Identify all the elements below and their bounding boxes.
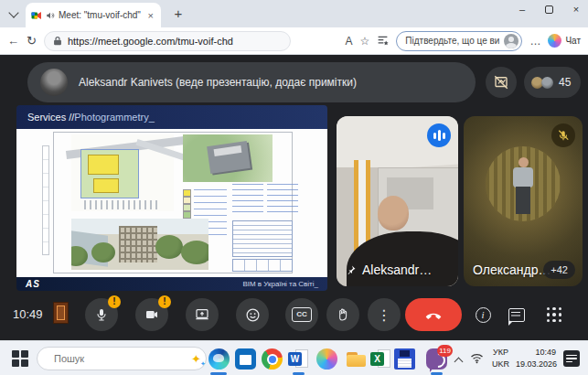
search-highlights-sparkle-icon: ✦ (191, 352, 201, 366)
participants-count: 45 (559, 76, 571, 89)
annotation-off-button[interactable] (486, 67, 517, 98)
window-controls: – × (516, 4, 583, 15)
back-button[interactable]: ← (7, 34, 19, 48)
browser-toolbar: ← ↻ https://meet.google.com/tmu-voif-chd… (0, 27, 588, 55)
reactions-button[interactable] (236, 298, 269, 331)
leave-call-button[interactable] (405, 298, 462, 331)
annotation-crossed-icon (493, 74, 509, 91)
tray-time: 10:49 (516, 347, 556, 359)
participant-name: Aleksandr… (362, 262, 432, 277)
address-bar[interactable]: https://meet.google.com/tmu-voif-chd (44, 31, 291, 51)
photo-building (119, 226, 157, 262)
avatar-figure-pants (516, 187, 530, 214)
taskbar-chrome-icon[interactable] (262, 348, 283, 370)
apps-grid-icon (547, 307, 562, 323)
camera-button[interactable]: ! (135, 298, 168, 331)
more-vert-icon: ⋮ (377, 306, 391, 324)
tab-search-chevron-icon[interactable] (9, 8, 18, 17)
participants-count-pill[interactable]: 45 (524, 67, 581, 98)
taskbar-store-icon[interactable] (235, 348, 256, 370)
start-button[interactable] (9, 348, 31, 370)
present-screen-icon (194, 307, 210, 322)
chat-button[interactable] (506, 304, 528, 326)
language-top: УКР (492, 347, 509, 359)
present-button[interactable] (186, 298, 219, 331)
notification-center-icon[interactable] (563, 350, 580, 367)
toolbar-right-cluster: A ☆ Підтвердьте, що це ви … Чат (346, 31, 581, 51)
favorites-star-icon[interactable]: ☆ (360, 35, 370, 48)
taskbar-explorer-icon[interactable] (346, 348, 367, 370)
video-tile-aleksandr[interactable]: Aleksandr… (337, 116, 458, 286)
raise-hand-button[interactable] (326, 298, 359, 331)
tile-name-row: Олександр… (473, 262, 551, 277)
tab-close-icon[interactable]: × (146, 10, 155, 21)
participant-head (378, 196, 409, 230)
window-minimize-button[interactable]: – (516, 4, 529, 15)
tray-overflow-chevron-icon[interactable] (454, 357, 463, 365)
copilot-icon (548, 34, 561, 48)
camera-icon (144, 307, 160, 322)
taskbar-viber-icon[interactable]: 119 (426, 348, 447, 370)
windows-taskbar: ✦ W X 119 УКР UKR 10:49 19.03.20 (0, 340, 588, 375)
tray-date: 19.03.2026 (516, 359, 556, 370)
more-participants-badge[interactable]: +42 (543, 261, 575, 279)
slide-content (16, 129, 327, 277)
browser-menu-icon[interactable]: … (529, 35, 540, 48)
more-options-button[interactable]: ⋮ (368, 298, 401, 331)
refresh-button[interactable]: ↻ (27, 34, 37, 48)
slide-footer-bar: AS BIM в Україні та Світі_ (16, 277, 327, 291)
meeting-clock: 10:49 (13, 307, 43, 321)
presentation-tile[interactable]: Services // Photogrammetry_ (16, 105, 327, 291)
tab-title: Meet: "tmu-voif-chd" (59, 10, 143, 20)
copilot-chat-button[interactable]: Чат (548, 34, 581, 48)
meeting-door-icon (53, 302, 69, 324)
mic-button[interactable]: ! (85, 298, 118, 331)
collections-icon[interactable] (377, 35, 389, 47)
meet-control-bar: 10:49 ! ! CC ⋮ (0, 291, 588, 340)
slide-title-bar: Services // Photogrammetry_ (16, 105, 327, 129)
taskbar-word-icon[interactable]: W (288, 348, 309, 370)
tree (181, 241, 208, 264)
window-close-button[interactable]: × (570, 4, 583, 15)
window-restore-button[interactable] (545, 5, 553, 14)
cc-icon: CC (292, 307, 312, 322)
taskbar-search[interactable]: ✦ (37, 347, 207, 370)
captions-button[interactable]: CC (285, 298, 318, 331)
avatar-figure-shirt (513, 167, 533, 188)
tile-name-row: Aleksandr… (346, 262, 432, 277)
network-icon[interactable] (470, 351, 484, 368)
browser-tab-meet[interactable]: Meet: "tmu-voif-chd" × (26, 3, 161, 27)
video-tile-oleksandr[interactable]: Олександр… +42 (464, 116, 583, 286)
language-indicator[interactable]: УКР UKR (492, 347, 509, 370)
pin-icon (346, 264, 357, 275)
copilot-label: Чат (565, 36, 581, 46)
taskbar-copilot-icon[interactable] (316, 348, 337, 370)
url-text: https://meet.google.com/tmu-voif-chd (68, 36, 233, 47)
taskbar-floppy-app-icon[interactable] (394, 348, 415, 370)
activities-button[interactable] (543, 304, 565, 326)
aerial-render (183, 134, 273, 182)
read-aloud-icon[interactable]: A (346, 35, 353, 48)
avatar-figure-head (519, 157, 529, 167)
slide-footer-text: BIM в Україні та Світі_ (242, 280, 318, 288)
taskbar-excel-icon[interactable]: X (370, 348, 391, 370)
tray-clock[interactable]: 10:49 19.03.2026 (516, 347, 556, 370)
meeting-info-button[interactable]: i (472, 304, 494, 326)
tab-audio-speaker-icon[interactable] (46, 11, 55, 20)
new-tab-button[interactable]: + (170, 5, 187, 22)
browser-tab-strip: Meet: "tmu-voif-chd" × + – × (0, 0, 588, 27)
mic-icon (94, 307, 109, 322)
search-input[interactable] (54, 353, 184, 364)
verify-identity-pill[interactable]: Підтвердьте, що це ви (396, 31, 522, 51)
tree (91, 242, 115, 262)
lock-icon (53, 36, 62, 46)
google-meet-favicon (31, 10, 42, 21)
building-footprint (93, 178, 119, 193)
presenter-avatar (40, 69, 68, 96)
language-bottom: UKR (492, 359, 509, 370)
camera-warning-badge: ! (158, 295, 171, 308)
building-footprint (88, 155, 119, 175)
slide-title-prefix: Services // (27, 112, 74, 123)
speaking-indicator-icon (427, 123, 451, 147)
taskbar-edge-icon[interactable] (208, 348, 230, 370)
